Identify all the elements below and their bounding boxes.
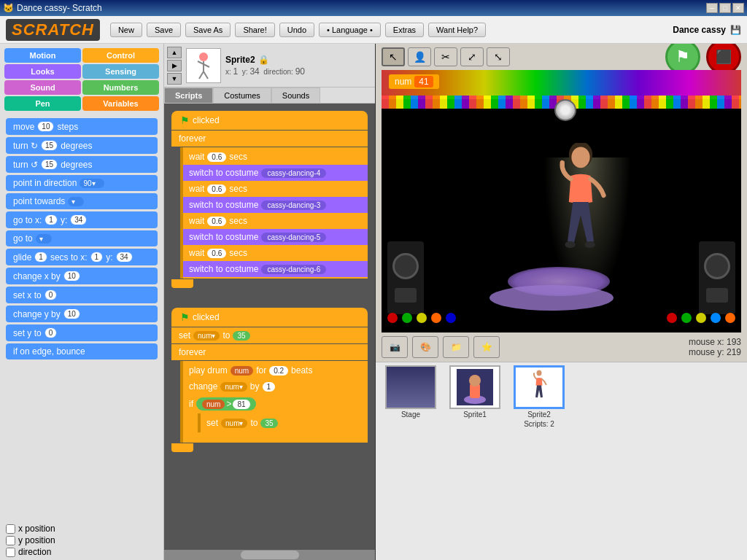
point-towards-block[interactable]: point towards ▾ — [6, 193, 158, 209]
stage-paint-button[interactable]: 🎨 — [412, 336, 438, 358]
save-button[interactable]: Save — [147, 23, 181, 37]
platform-base — [489, 285, 614, 311]
tab-scripts[interactable]: Scripts — [164, 88, 213, 103]
set-num-block[interactable]: set num▾ to 35 — [171, 327, 368, 343]
checkboxes-area: x position y position direction — [0, 521, 163, 560]
sprite1-thumb-item[interactable]: Sprite1 — [446, 365, 504, 557]
forever-body-1: wait 0.6 secs switch to costume cassy-da… — [180, 147, 368, 279]
stage-folder-button[interactable]: 📁 — [443, 336, 469, 358]
sprite-ctrl-down[interactable]: ▼ — [167, 73, 182, 85]
sprite2-thumb-item[interactable]: Sprite2 Scripts: 2 — [510, 365, 568, 557]
share-button[interactable]: Share! — [235, 23, 274, 37]
if-tail — [183, 432, 205, 441]
help-button[interactable]: Want Help? — [428, 23, 486, 37]
direction-checkbox-row: direction — [6, 547, 158, 557]
wait-block-3[interactable]: wait 0.6 secs — [183, 213, 368, 229]
stage-magic-button[interactable]: ⭐ — [473, 336, 500, 358]
tab-sounds[interactable]: Sounds — [271, 88, 320, 103]
num-var-display: num 41 — [389, 74, 439, 89]
cat-control-button[interactable]: Control — [82, 48, 159, 63]
point-direction-block[interactable]: point in direction 90▾ — [6, 175, 158, 191]
cursor-tool-button[interactable]: ↖ — [382, 47, 405, 66]
app: SCRATCH New Save Save As Share! Undo • L… — [0, 16, 747, 560]
costume-block-4[interactable]: switch to costume cassy-dancing-6 — [183, 261, 368, 277]
sprite-ctrl-up[interactable]: ▲ — [167, 47, 182, 58]
disco-ball — [554, 99, 576, 121]
svg-point-8 — [565, 241, 575, 248]
set-y-block[interactable]: set y to 0 — [6, 324, 158, 341]
cat-pen-button[interactable]: Pen — [4, 96, 81, 111]
change-num-block[interactable]: change num▾ by 1 — [183, 378, 368, 394]
wait-block-2[interactable]: wait 0.6 secs — [183, 181, 368, 197]
cat-sound-button[interactable]: Sound — [4, 80, 81, 95]
stage-screenshot-button[interactable]: 📷 — [382, 336, 408, 358]
sprite-ctrl-right[interactable]: ▶ — [167, 60, 182, 71]
cat-motion-button[interactable]: Motion — [4, 48, 81, 63]
expand-tool-button[interactable]: ⤢ — [460, 47, 484, 66]
left-panel: Motion Control Looks Sensing Sound Numbe… — [0, 44, 164, 560]
turn-left-block[interactable]: turn ↺ 15 degrees — [6, 156, 158, 173]
shrink-tool-button[interactable]: ⤡ — [487, 47, 510, 66]
turn-right-block[interactable]: turn ↻ 15 degrees — [6, 137, 158, 154]
undo-button[interactable]: Undo — [279, 23, 314, 37]
stage-thumb-item[interactable]: Stage — [382, 365, 440, 557]
cat-sensing-button[interactable]: Sensing — [82, 64, 159, 79]
svg-point-9 — [584, 241, 595, 248]
scissors-tool-button[interactable]: ✂ — [434, 47, 457, 66]
if-block[interactable]: if num > 81 — [183, 394, 368, 413]
move-block[interactable]: move 10 steps — [6, 118, 158, 135]
wait-block-1[interactable]: wait 0.6 secs — [183, 149, 368, 165]
glide-block[interactable]: glide 1 secs to x: 1 y: 34 — [6, 249, 158, 265]
mouse-x: mouse x: 193 — [689, 337, 741, 347]
floor-lights — [382, 311, 741, 325]
edge-bounce-block[interactable]: if on edge, bounce — [6, 343, 158, 359]
sprite2-label: Sprite2 — [527, 411, 551, 419]
sprite1-thumb-box — [449, 365, 500, 409]
titlebar-controls: ─ □ ✕ — [706, 3, 744, 13]
maximize-button[interactable]: □ — [719, 3, 731, 13]
direction-checkbox[interactable] — [6, 548, 15, 557]
save-icon: 💾 — [730, 25, 741, 35]
forever-block-1[interactable]: forever — [171, 131, 368, 147]
sprite-area: Stage Sprite1 — [376, 362, 747, 560]
script-connector-2 — [193, 453, 208, 460]
extras-button[interactable]: Extras — [385, 23, 424, 37]
cat-variables-button[interactable]: Variables — [82, 96, 159, 111]
new-button[interactable]: New — [110, 23, 142, 37]
sprite1-label: Sprite1 — [463, 411, 487, 419]
scripts-scrollbar[interactable] — [164, 550, 375, 560]
change-y-block[interactable]: change y by 10 — [6, 306, 158, 322]
sprite-x: 1 — [233, 66, 239, 77]
x-position-checkbox[interactable] — [6, 524, 15, 534]
stage-thumb-box — [385, 365, 436, 409]
cat-numbers-button[interactable]: Numbers — [82, 80, 159, 95]
mouse-coords: mouse x: 193 mouse y: 219 — [689, 337, 741, 357]
y-position-checkbox[interactable] — [6, 536, 15, 545]
person-tool-button[interactable]: 👤 — [408, 47, 431, 66]
cat-looks-button[interactable]: Looks — [4, 64, 81, 79]
when-clicked-hat-2[interactable]: ⚑ clicked — [171, 308, 368, 327]
goto-xy-block[interactable]: go to x: 1 y: 34 — [6, 211, 158, 228]
forever-block-2[interactable]: forever — [171, 344, 368, 360]
stage-label: Stage — [401, 411, 420, 419]
wait-block-4[interactable]: wait 0.6 secs — [183, 245, 368, 261]
set-x-block[interactable]: set x to 0 — [6, 287, 158, 303]
costume-block-3[interactable]: switch to costume cassy-dancing-5 — [183, 229, 368, 245]
scrollbar-thumb[interactable] — [241, 551, 299, 559]
close-button[interactable]: ✕ — [732, 3, 744, 13]
mouse-y: mouse y: 219 — [689, 347, 741, 357]
costume-block-1[interactable]: switch to costume cassy-dancing-4 — [183, 165, 368, 181]
tab-costumes[interactable]: Costumes — [213, 88, 271, 103]
svg-line-4 — [199, 71, 204, 79]
minimize-button[interactable]: ─ — [706, 3, 718, 13]
change-x-block[interactable]: change x by 10 — [6, 268, 158, 284]
script-tabs: Scripts Costumes Sounds — [164, 88, 375, 104]
goto-block[interactable]: go to ▾ — [6, 230, 158, 246]
language-button[interactable]: • Language • — [319, 23, 381, 37]
costume-block-2[interactable]: switch to costume cassy-dancing-3 — [183, 197, 368, 213]
when-clicked-hat-1[interactable]: ⚑ clicked — [171, 111, 368, 130]
play-drum-block[interactable]: play drum num for 0.2 beats — [183, 362, 368, 378]
save-as-button[interactable]: Save As — [185, 23, 231, 37]
dancer-figure — [544, 143, 632, 289]
set-num-to-35-block[interactable]: set num▾ to 35 — [201, 415, 368, 431]
